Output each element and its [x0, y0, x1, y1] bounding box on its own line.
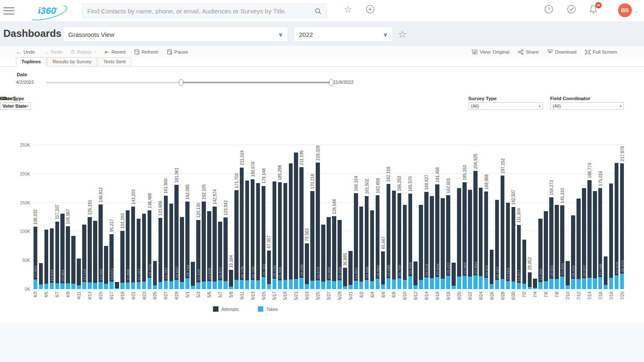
takes-bar[interactable] [93, 283, 97, 289]
bar-group-6/13[interactable] [418, 145, 424, 289]
bar-group-5/24[interactable]: 170,218 [310, 145, 315, 289]
takes-bar[interactable] [256, 280, 260, 289]
bar-group-4/20[interactable]: 11,899 [125, 145, 130, 289]
filter-survey-type-dropdown[interactable]: (All)▾ [468, 102, 543, 110]
bar-group-7/7[interactable]: 159,27318,531 [549, 145, 554, 289]
attempts-bar[interactable] [294, 153, 298, 289]
bar-group-4/3[interactable]: 108,33217,0534/3 [33, 145, 38, 289]
takes-bar[interactable] [484, 278, 488, 289]
search-input[interactable] [82, 8, 315, 15]
bar-group-6/27[interactable]: 16,197 [494, 145, 500, 289]
attempts-bar[interactable] [153, 261, 157, 289]
attempts-bar[interactable] [283, 183, 288, 289]
attempts-bar[interactable] [528, 272, 532, 289]
bar-group-5/12[interactable] [244, 145, 250, 289]
attempts-bar[interactable] [158, 218, 163, 289]
takes-bar[interactable] [77, 285, 81, 289]
takes-bar[interactable] [381, 284, 385, 289]
bar-group-6/7[interactable]: 182,15918,688 [386, 145, 391, 289]
bar-group-6/3[interactable]: 161,50215,998 [364, 145, 369, 289]
bar-group-6/4[interactable]: 6/4 [369, 145, 375, 289]
attempts-bar[interactable] [522, 240, 527, 289]
takes-bar[interactable] [196, 282, 200, 289]
takes-bar[interactable] [71, 284, 75, 289]
attempts-bar[interactable] [370, 210, 374, 290]
bar-group-5/13[interactable]: 190,67616,1205/13 [250, 145, 255, 289]
takes-bar[interactable] [299, 278, 304, 289]
attempts-bar[interactable] [104, 246, 108, 289]
bar-group-4/26[interactable]: 123,686 [158, 145, 163, 289]
bar-group-7/1[interactable]: 111,30410,877 [516, 145, 522, 289]
bar-group-7/2[interactable]: 7/2 [522, 145, 527, 289]
takes-bar[interactable] [213, 282, 217, 289]
year-selector[interactable]: 2022 ∨ [293, 27, 393, 42]
attempts-bar[interactable] [408, 194, 413, 289]
takes-bar[interactable] [164, 281, 168, 289]
attempts-bar[interactable] [490, 250, 494, 289]
bar-group-4/15[interactable]: 146,81212,0624/15 [98, 145, 103, 289]
bar-group-7/11[interactable]: 18,300 [570, 145, 576, 289]
takes-bar[interactable] [468, 277, 472, 289]
takes-bar[interactable] [327, 280, 331, 289]
attempts-bar[interactable] [213, 207, 217, 289]
takes-bar[interactable] [571, 279, 575, 289]
tab-toplines[interactable]: Toplines [16, 57, 46, 66]
bar-group-7/19[interactable]: 23,919 [614, 145, 619, 289]
takes-bar[interactable] [598, 277, 602, 289]
takes-bar[interactable] [158, 282, 163, 289]
bar-group-6/16[interactable]: 181,45620,8446/16 [435, 145, 440, 289]
attempts-bar[interactable] [223, 217, 228, 289]
bar-group-4/25[interactable]: 4/25 [152, 145, 158, 289]
bar-group-5/21[interactable]: 5/21 [293, 145, 299, 289]
takes-bar[interactable] [185, 278, 190, 289]
bar-group-6/5[interactable]: 162,65918,092 [375, 145, 380, 289]
attempts-bar[interactable] [609, 184, 613, 289]
attempts-bar[interactable] [169, 204, 174, 289]
takes-bar[interactable] [44, 284, 49, 289]
takes-bar[interactable] [202, 282, 206, 289]
bar-group-5/22[interactable]: 211,19519,499 [299, 145, 304, 289]
bar-group-4/5[interactable]: 4/5 [44, 145, 49, 289]
account-menu-chevron-icon[interactable]: ⌄ [634, 8, 638, 14]
takes-bar[interactable] [419, 280, 423, 289]
filter-field-coordinator-dropdown[interactable]: (All)▾ [550, 102, 624, 110]
attempts-bar[interactable] [131, 207, 135, 289]
bar-group-6/12[interactable]: 6/12 [413, 145, 418, 289]
attempts-bar[interactable] [571, 215, 575, 289]
takes-bar[interactable] [234, 280, 239, 289]
takes-bar[interactable] [354, 281, 358, 289]
attempts-bar[interactable] [457, 188, 461, 289]
takes-bar[interactable] [294, 279, 298, 289]
attempts-bar[interactable] [604, 256, 608, 289]
takes-bar[interactable] [473, 275, 478, 289]
attempts-bar[interactable] [555, 205, 559, 289]
takes-bar[interactable] [593, 278, 597, 289]
attempts-bar[interactable] [66, 226, 70, 289]
takes-bar[interactable] [452, 286, 456, 289]
bar-group-5/29[interactable]: 15,2255/29 [337, 145, 342, 289]
attempts-bar[interactable] [289, 163, 293, 289]
takes-bar[interactable] [408, 276, 413, 290]
favorite-dashboard-star-icon[interactable]: ☆ [398, 28, 407, 40]
bar-group-6/29[interactable]: 13,564 [505, 145, 511, 289]
takes-bar[interactable] [310, 281, 314, 289]
attempts-bar[interactable] [576, 199, 581, 289]
takes-bar[interactable] [267, 284, 271, 289]
attempts-bar[interactable] [479, 188, 483, 289]
bar-group-4/23[interactable]: 4/23 [141, 145, 147, 289]
bar-group-6/26[interactable]: 6/26 [489, 145, 494, 289]
download-button[interactable]: Download [547, 49, 576, 55]
bar-group-5/19[interactable]: 5/19 [283, 145, 288, 289]
takes-bar[interactable] [223, 281, 228, 289]
bar-group-5/20[interactable] [288, 145, 293, 289]
bar-group-5/18[interactable]: 185,29815,365 [277, 145, 283, 289]
dashboard-selector[interactable]: Grassroots View ∨ [63, 27, 288, 42]
bar-group-6/10[interactable]: 6/10 [402, 145, 408, 289]
bar-group-5/15[interactable]: 179,14821,1515/15 [261, 145, 266, 289]
replay-caret-icon[interactable]: ▾ [95, 50, 96, 54]
view-original-button[interactable]: * View: Original [471, 49, 509, 55]
bar-group-7/13[interactable]: 18,937 [581, 145, 587, 289]
takes-bar[interactable] [126, 282, 130, 289]
attempts-bar[interactable] [191, 262, 195, 289]
takes-bar[interactable] [338, 280, 342, 289]
